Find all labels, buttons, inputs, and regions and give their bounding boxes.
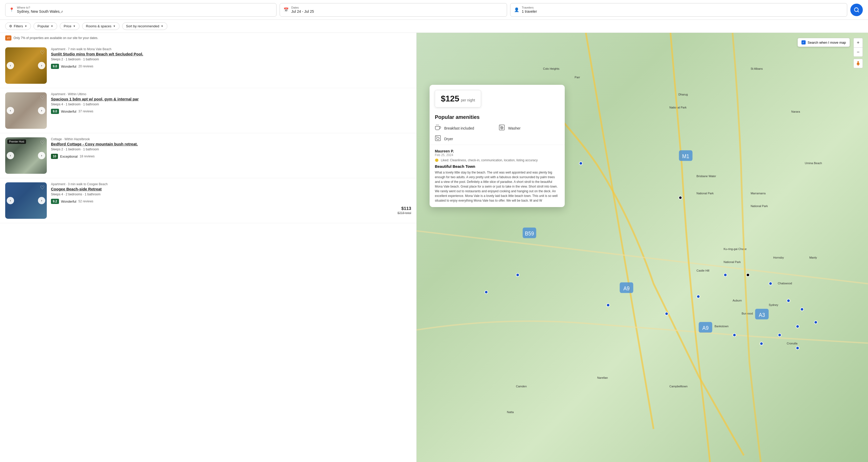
svg-line-1: [858, 11, 859, 12]
washer-icon: [499, 124, 505, 132]
filters-button[interactable]: ⚙ Filters ▼: [5, 22, 31, 30]
map-label: Marramarra: [750, 192, 765, 195]
map-pin[interactable]: [696, 295, 700, 298]
svg-text:A9: A9: [703, 325, 709, 331]
breakfast-icon: [435, 124, 441, 132]
rooms-label: Rooms & spaces: [86, 24, 112, 28]
map-pin[interactable]: [516, 273, 520, 277]
property-details: Sleeps 2 · 1 bedroom · 1 bathroom: [51, 57, 411, 61]
search-button[interactable]: [850, 4, 863, 16]
amenities-title: Popular amenities: [435, 114, 560, 120]
property-name[interactable]: Bedford Cottage - Cosy mountain bush ret…: [51, 142, 411, 146]
map-pin[interactable]: [746, 273, 750, 277]
map-pin[interactable]: [606, 303, 610, 307]
rating-row: 10 Exceptional 18 reviews: [51, 154, 411, 159]
next-photo-button[interactable]: ›: [38, 197, 45, 204]
property-details: Sleeps 4 · 1 bedroom · 1 bathroom: [51, 103, 411, 106]
popular-button[interactable]: Popular ▼: [33, 22, 57, 30]
notice-text: Only 7% of properties are available on o…: [13, 36, 98, 40]
property-type: Cottage · Within Hazelbrook: [51, 137, 411, 141]
favorite-button[interactable]: ♡: [40, 139, 45, 146]
favorite-button[interactable]: ♡: [40, 94, 45, 101]
prev-photo-button[interactable]: ‹: [7, 152, 14, 159]
property-card[interactable]: Premier Host ‹ › ♡ Cottage · Within Haze…: [0, 133, 416, 178]
rooms-button[interactable]: Rooms & spaces ▼: [82, 22, 120, 30]
svg-rect-2: [523, 228, 536, 238]
property-card[interactable]: ‹ › ♡ Apartment · Within Ultimo Spacious…: [0, 88, 416, 133]
dates-label: Dates: [291, 6, 337, 9]
prev-photo-button[interactable]: ‹: [7, 197, 14, 204]
popup-amenities-section: Popular amenities Breakfast included: [430, 110, 565, 145]
review-count: 52 reviews: [79, 200, 93, 203]
map-pin[interactable]: [760, 342, 763, 345]
map-label: Auburn: [733, 299, 742, 302]
main-layout: 🏷 Only 7% of properties are available on…: [0, 33, 868, 462]
review-count: 18 reviews: [80, 154, 95, 158]
map-background[interactable]: B59 M1 A9 A9 A3 Colo Heights Parr Dharug…: [416, 33, 868, 462]
next-photo-button[interactable]: ›: [38, 62, 45, 69]
location-field[interactable]: 📍 Where to?: [5, 3, 277, 17]
review-count: 20 reviews: [79, 64, 93, 68]
zoom-out-button[interactable]: −: [854, 47, 863, 57]
zoom-in-button[interactable]: +: [854, 38, 863, 47]
dates-input[interactable]: [291, 9, 337, 13]
search-when-move-toggle[interactable]: ✓ Search when I move map: [798, 38, 850, 47]
map-pin[interactable]: [814, 320, 817, 324]
street-view-button[interactable]: [854, 59, 863, 68]
next-photo-button[interactable]: ›: [38, 107, 45, 114]
favorite-button[interactable]: ♡: [40, 50, 45, 56]
favorite-button[interactable]: ♡: [40, 184, 45, 191]
map-label: Manly: [809, 256, 817, 259]
notice-bar: 🏷 Only 7% of properties are available on…: [0, 33, 416, 43]
property-details: Sleeps 4 · 2 bedrooms · 1 bathroom: [51, 193, 411, 196]
map-pin[interactable]: [485, 290, 488, 294]
property-type: Apartment · 7 min walk to Mona Vale Beac…: [51, 47, 411, 51]
rating-label: Wonderful: [61, 64, 76, 68]
map-pin[interactable]: [796, 346, 799, 350]
prev-photo-button[interactable]: ‹: [7, 107, 14, 114]
price-button[interactable]: Price ▼: [60, 22, 80, 30]
popup-price: $125 per night: [435, 90, 481, 108]
travelers-field[interactable]: 👤 Travelers: [510, 3, 847, 17]
map-pin[interactable]: [778, 333, 781, 337]
property-card[interactable]: ‹ › ♡ Apartment · 3 min walk to Coogee B…: [0, 178, 416, 223]
location-input[interactable]: [17, 9, 62, 13]
property-info: Apartment · Within Ultimo Spacious 1 bdm…: [51, 92, 411, 129]
next-photo-button[interactable]: ›: [38, 152, 45, 159]
map-pin[interactable]: [733, 333, 736, 337]
rating-badge: 9.0: [51, 109, 59, 114]
popup-review: Maureen P. Feb 25, 2024 🙂 Liked: Cleanli…: [430, 145, 565, 207]
map-pin[interactable]: [665, 312, 669, 316]
map-label: St Albans: [750, 67, 763, 70]
map-pin[interactable]: [769, 282, 772, 285]
map-label: Hornsby: [773, 256, 784, 259]
map-pin[interactable]: [796, 325, 799, 328]
property-name[interactable]: Sunlit Studio mins from Beach w/t Seclud…: [51, 52, 411, 56]
map-pin[interactable]: [579, 162, 583, 165]
sort-button[interactable]: Sort by recommended ▼: [122, 22, 167, 30]
property-name[interactable]: Spacious 1 bdm apt w/ pool, gym & intern…: [51, 97, 411, 101]
property-popup: $125 per night Popular amenities Breakfa…: [430, 85, 565, 207]
map-pin[interactable]: [800, 308, 804, 311]
amenity-washer: Washer: [499, 124, 560, 132]
where-label: Where to?: [17, 6, 62, 9]
rating-row: 9.0 Wonderful 20 reviews: [51, 64, 411, 69]
map-label: Camden: [516, 385, 527, 388]
map-pin[interactable]: [787, 299, 790, 302]
dates-field[interactable]: 📅 Dates: [280, 3, 507, 17]
property-name[interactable]: Coogee Beach-side Retreat: [51, 187, 411, 191]
dryer-label: Dryer: [444, 137, 453, 141]
map-panel: B59 M1 A9 A9 A3 Colo Heights Parr Dharug…: [416, 33, 868, 462]
map-pin[interactable]: [723, 273, 727, 277]
map-pin[interactable]: [679, 196, 682, 200]
map-label: Castle Hill: [696, 269, 710, 272]
price-chevron: ▼: [73, 25, 75, 28]
prev-photo-button[interactable]: ‹: [7, 62, 14, 69]
svg-text:A9: A9: [623, 285, 630, 292]
filters-chevron: ▼: [24, 25, 27, 28]
travelers-input[interactable]: [522, 9, 567, 13]
property-card[interactable]: ‹ › ♡ Apartment · 7 min walk to Mona Val…: [0, 43, 416, 88]
map-label: National Park: [750, 204, 768, 208]
notice-icon: 🏷: [5, 35, 11, 40]
map-label: Dharug: [679, 93, 688, 96]
